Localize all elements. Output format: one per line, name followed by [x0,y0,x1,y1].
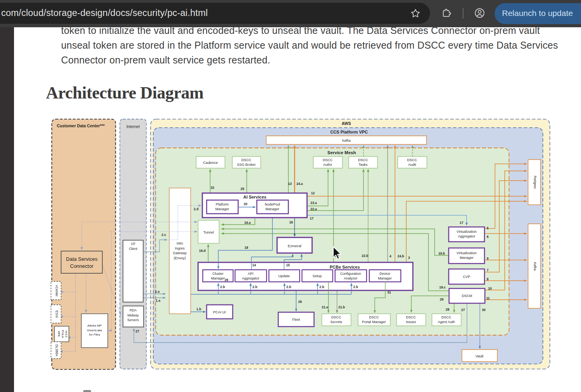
svg-text:Analyzer: Analyzer [344,276,357,280]
svg-text:20: 20 [244,202,247,206]
svg-text:21.b: 21.b [338,305,345,309]
svg-text:UI/: UI/ [131,242,136,246]
svg-text:27: 27 [461,308,465,312]
svg-text:GreenLake: GreenLake [87,329,102,332]
svg-text:2.a: 2.a [155,290,160,294]
svg-text:DSCC: DSCC [441,315,451,319]
svg-text:for Files: for Files [89,333,100,336]
svg-text:Midway: Midway [128,313,139,317]
svg-text:Virtualization: Virtualization [456,230,476,234]
svg-text:Device: Device [379,272,390,276]
svg-text:DSCC: DSCC [323,158,333,162]
svg-text:Internet: Internet [126,125,140,129]
svg-text:DSCC: DSCC [358,158,368,162]
svg-text:nt 8.0: nt 8.0 [65,330,68,338]
svg-text:ProLia: ProLia [61,330,64,338]
svg-text:(Envoy): (Envoy) [174,256,186,260]
svg-text:Manager: Manager [265,207,279,211]
svg-text:DSCC: DSCC [406,315,416,319]
svg-text:13: 13 [288,182,292,186]
svg-text:Servers: Servers [127,318,139,322]
svg-text:17: 17 [460,221,463,225]
svg-text:Update: Update [278,274,290,278]
svg-text:Aggregator: Aggregator [458,234,476,238]
svg-text:Configuration: Configuration [340,272,361,276]
svg-text:Cadence: Cadence [203,160,218,165]
svg-text:Postgres: Postgres [533,176,537,189]
svg-text:Connector: Connector [70,263,94,269]
svg-text:Vault: Vault [476,354,483,358]
svg-text:19.d: 19.d [199,249,205,253]
svg-text:Secrets: Secrets [330,320,342,324]
svg-text:SSO Broker: SSO Broker [237,163,256,167]
svg-text:27: 27 [135,329,139,333]
svg-text:Audit: Audit [408,163,416,167]
svg-text:Fleet: Fleet [292,318,300,322]
svg-text:CCS Platform VPC: CCS Platform VPC [330,130,368,134]
svg-text:5: 5 [487,226,489,230]
svg-text:PCBe Services: PCBe Services [330,265,360,269]
svg-text:AI Services: AI Services [243,195,266,199]
svg-text:DSCC: DSCC [331,315,341,319]
svg-text:24.a: 24.a [297,182,303,186]
svg-text:Cluster: Cluster [212,272,224,276]
svg-text:3: 3 [408,256,410,260]
svg-text:25: 25 [240,187,244,191]
svg-text:NodePool: NodePool [265,202,280,206]
svg-text:29: 29 [440,297,444,301]
svg-text:Kafka: Kafka [342,139,351,142]
svg-text:16: 16 [289,220,293,224]
svg-text:26: 26 [298,300,302,304]
svg-text:31: 31 [387,290,391,294]
svg-text:2.b: 2.b [353,285,358,289]
svg-text:19.c: 19.c [439,285,446,289]
svg-text:1.b: 1.b [197,307,201,311]
svg-text:Istio: Istio [177,241,183,245]
svg-text:DSCM: DSCM [462,294,472,298]
svg-text:CVP: CVP [463,275,470,279]
svg-text:DSCC: DSCC [241,158,251,162]
svg-text:10: 10 [488,287,492,290]
svg-text:24.b: 24.b [397,254,404,258]
svg-text:2.b: 2.b [253,285,257,289]
svg-text:DSCC: DSCC [407,158,417,162]
svg-text:AWS: AWS [342,121,351,126]
svg-text:Customer Data Center***: Customer Data Center*** [57,123,105,128]
svg-text:7: 7 [487,268,489,272]
svg-text:Alletra MP: Alletra MP [88,324,102,327]
svg-text:Ezmeral: Ezmeral [288,244,302,248]
svg-text:19.b: 19.b [438,251,445,255]
svg-text:Ingres: Ingres [175,246,185,250]
svg-text:6: 6 [487,235,489,239]
svg-text:15: 15 [286,263,290,267]
svg-text:Data Services: Data Services [66,256,98,262]
svg-text:4: 4 [390,254,391,258]
svg-text:8: 8 [487,277,489,281]
svg-text:API: API [248,272,254,276]
svg-text:Service Mesh: Service Mesh [327,150,356,155]
svg-text:23.a: 23.a [311,201,317,205]
svg-text:HPE: HPE [58,331,60,337]
svg-text:12: 12 [311,191,315,195]
svg-text:RDA: RDA [130,308,137,312]
svg-text:PCAI UI: PCAI UI [213,310,226,314]
svg-text:2.b: 2.b [286,285,291,289]
svg-text:9: 9 [487,257,489,260]
svg-text:22.b: 22.b [362,254,368,258]
svg-text:1.a: 1.a [156,299,160,302]
svg-text:Tunnel: Tunnel [203,230,214,234]
svg-text:Manager: Manager [211,276,225,280]
svg-text:Authz: Authz [323,163,332,167]
svg-text:Portal Manager: Portal Manager [362,320,386,324]
svg-text:Setup: Setup [312,274,322,278]
svg-text:ESXi: ESXi [55,311,59,318]
svg-text:Gateway: Gateway [173,251,187,255]
svg-text:2.d: 2.d [194,207,198,211]
svg-text:2.b: 2.b [319,285,324,289]
svg-text:19.a: 19.a [244,221,251,225]
svg-text:Tasks: Tasks [358,163,368,167]
svg-text:Client: Client [129,247,137,251]
svg-text:14: 14 [252,263,256,267]
svg-text:Aggregator: Aggregator [242,276,260,280]
svg-text:2.c: 2.c [161,233,166,237]
